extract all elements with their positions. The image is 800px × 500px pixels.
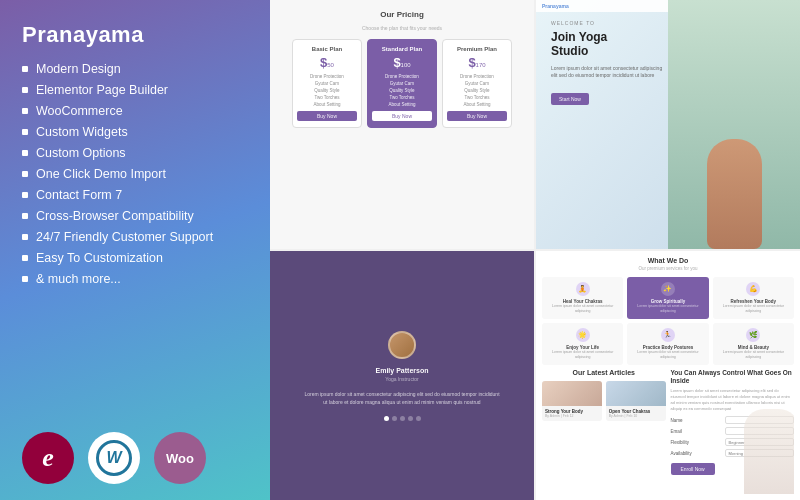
testimonial-text: Lorem ipsum dolor sit amet consectetur a… xyxy=(302,390,502,406)
feature-item: One Click Demo Import xyxy=(22,167,250,181)
service-desc: Lorem ipsum dolor sit amet consectetur a… xyxy=(545,350,620,360)
feature-item: Elementor Page Builder xyxy=(22,83,250,97)
hero-description: Lorem ipsum dolor sit amet consectetur a… xyxy=(551,65,668,79)
feature-item: Custom Options xyxy=(22,146,250,160)
service-mind: 🌿 Mind & Beauty Lorem ipsum dolor sit am… xyxy=(713,323,794,365)
plan-buy-button[interactable]: Buy Now xyxy=(447,111,507,121)
feature-item: WooCommerce xyxy=(22,104,250,118)
feature-item: Easy To Customization xyxy=(22,251,250,265)
hero-cta-button[interactable]: Start Now xyxy=(551,93,589,105)
plan-basic: Basic Plan $50 Drone Protection Gyutar C… xyxy=(292,39,362,128)
yoga-pose-decoration xyxy=(744,409,794,494)
dot-1[interactable] xyxy=(384,416,389,421)
articles-grid: Strong Your Body By Admin | Feb 12 Open … xyxy=(542,381,666,421)
what-we-do-title: What We Do xyxy=(542,257,794,264)
wordpress-icon: W xyxy=(96,440,132,476)
feature-item: Custom Widgets xyxy=(22,125,250,139)
pricing-plans: Basic Plan $50 Drone Protection Gyutar C… xyxy=(278,39,526,128)
service-posture: 🏃 Practice Body Postures Lorem ipsum dol… xyxy=(627,323,708,365)
article-meta: By Admin | Feb 12 xyxy=(545,414,599,418)
plan-buy-button[interactable]: Buy Now xyxy=(372,111,432,121)
testimonial-name: Emily Patterson xyxy=(376,367,429,374)
article-body: Open Your Chakras By Admin | Feb 10 xyxy=(606,406,666,421)
elementor-icon: e xyxy=(42,443,54,473)
dot-2[interactable] xyxy=(392,416,397,421)
plan-buy-button[interactable]: Buy Now xyxy=(297,111,357,121)
dot-3[interactable] xyxy=(400,416,405,421)
hero-card: Pranayama HOME ABOUT CLASSES BLOG WELCOM… xyxy=(536,0,800,249)
plan-standard: Standard Plan $100 Drone Protection Gyut… xyxy=(367,39,437,128)
enroll-button[interactable]: Enroll Now xyxy=(671,463,715,475)
feature-item: Cross-Browser Compatibility xyxy=(22,209,250,223)
feature-item: 24/7 Friendly Customer Support xyxy=(22,230,250,244)
service-grow: ✨ Grow Spiritually Lorem ipsum dolor sit… xyxy=(627,277,708,319)
plan-features: Drone Protection Gyutar Cam Quality Styl… xyxy=(297,74,357,107)
dot-5[interactable] xyxy=(416,416,421,421)
plan-features: Drone Protection Gyutar Cam Quality Styl… xyxy=(372,74,432,107)
control-section: You Can Always Control What Goes On Insi… xyxy=(671,369,795,494)
feature-item: Modern Design xyxy=(22,62,250,76)
testimonial-card: Emily Patterson Yoga Instructor Lorem ip… xyxy=(270,251,534,500)
plan-name: Standard Plan xyxy=(372,46,432,52)
article-2: Open Your Chakras By Admin | Feb 10 xyxy=(606,381,666,421)
what-we-do-section: What We Do Our premium services for you … xyxy=(542,257,794,365)
feature-item: & much more... xyxy=(22,272,250,286)
mind-icon: 🌿 xyxy=(746,328,760,342)
left-top: Pranayama Modern Design Elementor Page B… xyxy=(22,22,250,293)
article-image xyxy=(606,381,666,406)
email-label: Email xyxy=(671,429,721,434)
article-1: Strong Your Body By Admin | Feb 12 xyxy=(542,381,602,421)
service-desc: Lorem ipsum dolor sit amet consectetur a… xyxy=(716,350,791,360)
testimonial-avatar xyxy=(388,331,416,359)
bottom-row: Our Latest Articles Strong Your Body By … xyxy=(542,369,794,494)
article-meta: By Admin | Feb 10 xyxy=(609,414,663,418)
what-we-do-subtitle: Our premium services for you xyxy=(542,266,794,271)
left-panel: Pranayama Modern Design Elementor Page B… xyxy=(0,0,270,500)
flex-value: Beginner xyxy=(729,440,745,445)
posture-icon: 🏃 xyxy=(661,328,675,342)
plan-price: $100 xyxy=(372,55,432,70)
service-desc: Lorem ipsum dolor sit amet consectetur a… xyxy=(630,304,705,314)
feature-list: Modern Design Elementor Page Builder Woo… xyxy=(22,62,250,286)
testimonial-dots xyxy=(384,416,421,421)
hero-title: Join YogaStudio xyxy=(551,30,668,59)
service-enjoy: 🌟 Enjoy Your Life Lorem ipsum dolor sit … xyxy=(542,323,623,365)
pricing-subtitle: Choose the plan that fits your needs xyxy=(278,25,526,31)
avail-value: Morning xyxy=(729,451,743,456)
mixed-card: What We Do Our premium services for you … xyxy=(536,251,800,500)
service-desc: Lorem ipsum dolor sit amet consectetur a… xyxy=(545,304,620,314)
hero-image xyxy=(668,0,800,249)
nav-logo: Pranayama xyxy=(542,3,569,9)
right-panel: Our Pricing Choose the plan that fits yo… xyxy=(270,0,800,500)
woocommerce-label: Woo xyxy=(166,452,194,465)
feature-item: Contact Form 7 xyxy=(22,188,250,202)
testimonial-role: Yoga Instructor xyxy=(385,376,418,382)
control-heading: You Can Always Control What Goes On Insi… xyxy=(671,369,795,386)
service-heal: 🧘 Heal Your Chakras Lorem ipsum dolor si… xyxy=(542,277,623,319)
plan-name: Premium Plan xyxy=(447,46,507,52)
theme-title: Pranayama xyxy=(22,22,250,48)
service-desc: Lorem ipsum dolor sit amet consectetur a… xyxy=(630,350,705,360)
elementor-badge: e xyxy=(22,432,74,484)
plan-price: $170 xyxy=(447,55,507,70)
service-refresh: 💪 Refreshen Your Body Lorem ipsum dolor … xyxy=(713,277,794,319)
dot-4[interactable] xyxy=(408,416,413,421)
name-label: Name xyxy=(671,418,721,423)
heal-icon: 🧘 xyxy=(576,282,590,296)
pricing-title: Our Pricing xyxy=(278,10,526,19)
pricing-card: Our Pricing Choose the plan that fits yo… xyxy=(270,0,534,249)
grow-icon: ✨ xyxy=(661,282,675,296)
badge-row: e W Woo xyxy=(22,432,250,484)
article-body: Strong Your Body By Admin | Feb 12 xyxy=(542,406,602,421)
service-desc: Lorem ipsum dolor sit amet consectetur a… xyxy=(716,304,791,314)
plan-premium: Premium Plan $170 Drone Protection Gyuta… xyxy=(442,39,512,128)
enjoy-icon: 🌟 xyxy=(576,328,590,342)
plan-price: $50 xyxy=(297,55,357,70)
plan-features: Drone Protection Gyutar Cam Quality Styl… xyxy=(447,74,507,107)
avail-label: Availability xyxy=(671,451,721,456)
wordpress-badge: W xyxy=(88,432,140,484)
woocommerce-badge: Woo xyxy=(154,432,206,484)
article-image xyxy=(542,381,602,406)
hero-tag: WELCOME TO xyxy=(551,20,668,26)
plan-name: Basic Plan xyxy=(297,46,357,52)
